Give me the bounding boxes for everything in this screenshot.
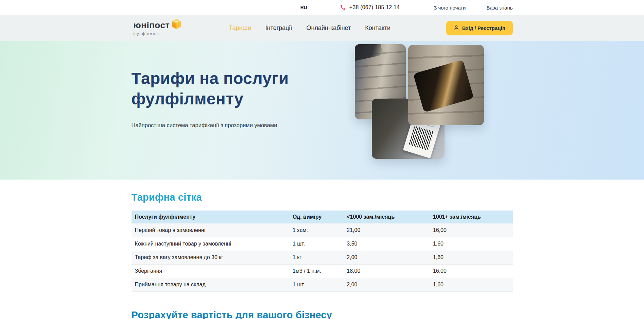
column-header-service: Послуги фулфілменту [132,211,290,223]
logo-wordmark: юніпост [134,21,170,30]
table-row: Кожний наступний товар у замовленні 1 шт… [132,237,513,251]
cell-unit: 1 шт. [289,278,343,291]
cell-price-low: 3,50 [343,237,430,251]
page-subtitle: Найпростіша система тарифікації з прозор… [132,122,308,129]
table-header-row: Послуги фулфілменту Од. виміру <1000 зам… [132,211,513,223]
hero-section: Тарифи на послуги фулфілменту Найпростіш… [0,41,644,180]
logo-subtitle: фулфілмент [134,32,181,36]
cell-price-high: 16,00 [430,264,513,278]
phone-number[interactable]: +38 (067) 185 12 14 [349,4,400,11]
cell-price-high: 1,60 [430,237,513,251]
calculator-section-title: Розрахуйте вартість для вашого бізнесу [132,309,513,319]
cell-unit: 1 кг [289,251,343,264]
cell-service: Зберігання [132,264,290,278]
site-header: юніпост фулфілмент Тарифи Інтеграції Онл… [0,15,644,41]
parcel-cube-icon [171,18,181,31]
table-row: Приймання товару на склад 1 шт. 2,00 1,6… [132,278,513,291]
cell-price-high: 16,00 [430,223,513,237]
cell-service: Кожний наступний товар у замовленні [132,237,290,251]
user-icon [454,25,459,31]
column-header-under-1000: <1000 зам./місяць [343,211,430,223]
nav-item-online-cabinet[interactable]: Онлайн-кабінет [307,24,351,32]
phone-link[interactable]: +38 (067) 185 12 14 [340,4,400,11]
topbar-link-start[interactable]: З чого почати [434,5,466,11]
cell-service: Приймання товару на склад [132,278,290,291]
main-content: Тарифна сітка Послуги фулфілменту Од. ви… [0,180,644,319]
nav-item-tariffs[interactable]: Тарифи [229,24,251,32]
cell-service: Перший товар в замовленні [132,223,290,237]
pricing-table: Послуги фулфілменту Од. виміру <1000 зам… [132,211,513,292]
cell-price-low: 18,00 [343,264,430,278]
topbar-link-knowledge-base[interactable]: База знань [486,5,512,11]
package-handling-photo [408,45,484,125]
topbar-divider [476,4,476,11]
table-row: Перший товар в замовленні 1 зам. 21,00 1… [132,223,513,237]
logo[interactable]: юніпост фулфілмент [134,21,181,36]
table-row: Тариф за вагу замовлення до 30 кг 1 кг 2… [132,251,513,264]
photo-detail-black-package [413,60,474,112]
cell-price-high: 1,60 [430,251,513,264]
login-register-label: Вхід / Реєстрація [462,25,505,31]
photo-detail-arm [355,44,383,62]
cell-price-high: 1,60 [430,278,513,291]
cell-price-low: 21,00 [343,223,430,237]
nav-item-integrations[interactable]: Інтеграції [265,24,292,32]
cell-price-low: 2,00 [343,278,430,291]
column-header-over-1001: 1001+ зам./місяць [430,211,513,223]
pricing-section-title: Тарифна сітка [132,180,513,203]
table-row: Зберігання 1м3 / 1 п.м. 18,00 16,00 [132,264,513,278]
topbar: RU +38 (067) 185 12 14 З чого почати Баз… [0,0,644,15]
main-nav: Тарифи Інтеграції Онлайн-кабінет Контакт… [229,24,391,32]
cell-unit: 1 шт. [289,237,343,251]
login-register-button[interactable]: Вхід / Реєстрація [446,21,513,35]
cell-unit: 1 зам. [289,223,343,237]
cell-price-low: 2,00 [343,251,430,264]
nav-item-contacts[interactable]: Контакти [365,24,390,32]
page-title: Тарифи на послуги фулфілменту [132,68,308,109]
language-switcher[interactable]: RU [300,5,307,10]
cell-unit: 1м3 / 1 п.м. [289,264,343,278]
cell-service: Тариф за вагу замовлення до 30 кг [132,251,290,264]
column-header-unit: Од. виміру [289,211,343,223]
phone-icon [340,4,346,11]
